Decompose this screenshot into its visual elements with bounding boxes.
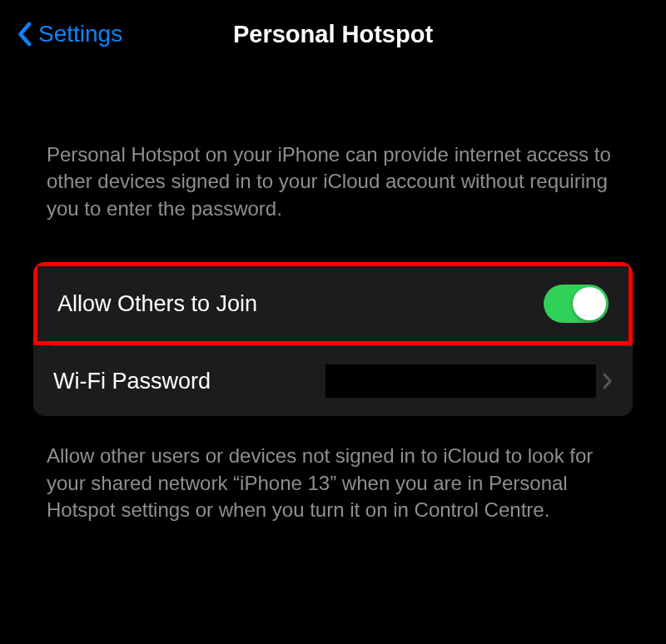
back-button[interactable]: Settings (17, 21, 122, 47)
allow-others-row[interactable]: Allow Others to Join (33, 262, 633, 345)
wifi-password-label: Wi-Fi Password (53, 369, 211, 394)
chevron-right-icon (603, 373, 613, 389)
allow-others-toggle[interactable] (544, 285, 609, 323)
navigation-header: Settings Personal Hotspot (0, 0, 666, 68)
intro-description: Personal Hotspot on your iPhone can prov… (0, 141, 666, 222)
wifi-password-value-container (326, 364, 613, 398)
settings-group: Allow Others to Join Wi-Fi Password (33, 262, 633, 416)
footer-description: Allow other users or devices not signed … (0, 443, 666, 523)
wifi-password-masked (326, 364, 596, 398)
toggle-knob (573, 287, 606, 320)
back-button-label: Settings (38, 21, 122, 47)
chevron-left-icon (17, 22, 32, 47)
allow-others-label: Allow Others to Join (57, 291, 257, 317)
wifi-password-row[interactable]: Wi-Fi Password (33, 346, 633, 416)
